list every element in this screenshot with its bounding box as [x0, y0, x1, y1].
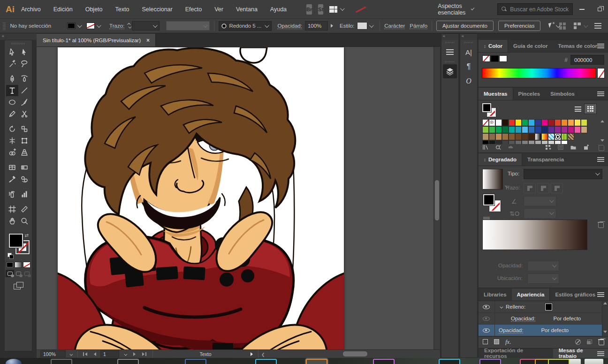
panel-menu-icon[interactable]: [597, 157, 604, 162]
default-fill-stroke-icon[interactable]: [8, 253, 14, 259]
line-segment-tool[interactable]: [18, 85, 30, 96]
isolate-selection-icon[interactable]: [548, 23, 554, 30]
swatch[interactable]: [482, 126, 489, 133]
selection-tool[interactable]: [6, 46, 18, 58]
swatch[interactable]: [548, 133, 555, 140]
perspective-grid-tool[interactable]: [18, 147, 30, 158]
add-new-stroke-icon[interactable]: [483, 339, 488, 344]
swatch[interactable]: [515, 133, 522, 140]
draw-inside-button[interactable]: [23, 270, 31, 277]
mesh-tool[interactable]: [6, 162, 18, 173]
pen-tool[interactable]: [6, 73, 18, 84]
menu-texto[interactable]: Texto: [115, 6, 129, 13]
menu-ayuda[interactable]: Ayuda: [270, 6, 287, 13]
blend-tool[interactable]: [18, 174, 30, 185]
tab-s-mbolos[interactable]: Símbolos: [545, 88, 580, 100]
rotate-tool[interactable]: [6, 123, 18, 135]
taskbar-start-orb[interactable]: [6, 359, 22, 364]
stroke-weight-dropdown[interactable]: [132, 21, 160, 30]
restore-button[interactable]: [591, 3, 608, 16]
swatch[interactable]: [482, 119, 489, 126]
gradient-slider[interactable]: [482, 220, 587, 250]
vertical-scrollbar[interactable]: [433, 47, 440, 349]
gradient-tool[interactable]: [18, 162, 30, 173]
tab-color[interactable]: ↕Color: [479, 40, 508, 52]
zoom-level-field[interactable]: 100%: [40, 350, 66, 357]
column-graph-tool[interactable]: [18, 189, 30, 200]
taskbar-app-7-icon[interactable]: [439, 359, 460, 364]
swatch[interactable]: [528, 119, 535, 126]
taskbar-app-2-icon[interactable]: [117, 359, 139, 364]
layers-panel-icon[interactable]: [443, 64, 457, 78]
panel-menu-icon[interactable]: [597, 351, 604, 356]
tools-collapse-button[interactable]: «: [0, 33, 37, 40]
previous-artboard-button[interactable]: [94, 352, 96, 356]
swatch[interactable]: [502, 119, 509, 126]
swatch[interactable]: [509, 119, 515, 126]
tab-apariencia[interactable]: Apariencia: [512, 288, 550, 301]
tab-close-icon[interactable]: ×: [146, 37, 150, 44]
screen-mode-button[interactable]: [14, 282, 23, 289]
tab-gu-a-de-color[interactable]: Guía de color: [508, 40, 553, 52]
magic-wand-tool[interactable]: [6, 58, 18, 69]
minimize-button[interactable]: [573, 3, 591, 16]
tab-pinceles[interactable]: Pinceles: [513, 88, 546, 100]
taskbar-app-12-icon[interactable]: [548, 359, 570, 364]
status-expand-icon[interactable]: [251, 352, 253, 356]
opentype-panel-icon[interactable]: O: [462, 74, 476, 88]
document-tab[interactable]: Sin título-1* al 100% (RGB/Previsualizar…: [37, 34, 156, 46]
menu-efecto[interactable]: Efecto: [185, 6, 202, 13]
appearance-row[interactable]: Relleno:: [479, 301, 608, 313]
artboard-tool[interactable]: [6, 204, 18, 215]
grid-view-button[interactable]: [584, 104, 597, 114]
last-artboard-button[interactable]: [139, 352, 150, 356]
swatch[interactable]: [522, 133, 528, 140]
arrange-documents-button[interactable]: [329, 6, 343, 13]
delete-item-icon[interactable]: [598, 339, 604, 345]
fill-swatch[interactable]: [545, 303, 552, 311]
character-panel-icon[interactable]: A|: [462, 45, 476, 59]
fill-stroke-proxy[interactable]: [483, 194, 502, 213]
menu-seleccionar[interactable]: Seleccionar: [142, 6, 172, 13]
scroll-left-icon[interactable]: ❮: [261, 352, 265, 357]
swatch[interactable]: [574, 126, 581, 133]
shape-builder-tool[interactable]: [6, 147, 18, 158]
none-swatch[interactable]: [482, 55, 490, 62]
app-logo-icon[interactable]: Ai: [6, 4, 15, 15]
bridge-button[interactable]: Br: [306, 4, 312, 15]
swatch[interactable]: [574, 119, 581, 126]
swatch[interactable]: [515, 126, 522, 133]
swatch[interactable]: [502, 133, 509, 140]
panel-collapse-icon[interactable]: ↕: [484, 157, 486, 162]
status-tool-field[interactable]: Texto: [152, 350, 258, 358]
tab-estilos-gr-ficos[interactable]: Estilos gráficos: [550, 288, 600, 301]
swatch[interactable]: [535, 133, 541, 140]
opacity-value-field[interactable]: 100%: [305, 21, 328, 30]
shaper-tool[interactable]: [6, 108, 18, 120]
width-tool[interactable]: [6, 135, 18, 146]
swatch[interactable]: [541, 133, 548, 140]
swatch[interactable]: [561, 133, 568, 140]
black-swatch[interactable]: [491, 55, 499, 62]
taskbar-app-6-icon[interactable]: [373, 359, 395, 364]
dock-collapse-button[interactable]: «: [441, 34, 458, 40]
stroke-weight-stepper[interactable]: [128, 23, 130, 29]
swatch[interactable]: [489, 119, 495, 126]
artboard-number-field[interactable]: 1: [100, 350, 119, 357]
fill-color-proxy[interactable]: [9, 234, 23, 248]
add-effect-icon[interactable]: fx.: [505, 338, 511, 346]
ellipse-tool[interactable]: [6, 97, 18, 108]
panel-grip[interactable]: [464, 41, 473, 44]
taskbar-app-8-icon[interactable]: [479, 359, 501, 364]
swatch[interactable]: [535, 126, 541, 133]
expand-chevron-icon[interactable]: [500, 303, 502, 310]
graphic-style-dropdown[interactable]: [357, 22, 372, 30]
appearance-row[interactable]: Opacidad:Por defecto: [479, 313, 608, 325]
panel-menu-icon[interactable]: [597, 44, 604, 48]
menu-ver[interactable]: Ver: [214, 6, 223, 13]
symbol-sprayer-tool[interactable]: [6, 189, 18, 200]
new-swatch-icon[interactable]: [583, 144, 589, 151]
dock-collapse-button[interactable]: «: [460, 34, 477, 40]
color-spectrum-bar[interactable]: [482, 68, 596, 78]
slice-tool[interactable]: [18, 204, 30, 215]
